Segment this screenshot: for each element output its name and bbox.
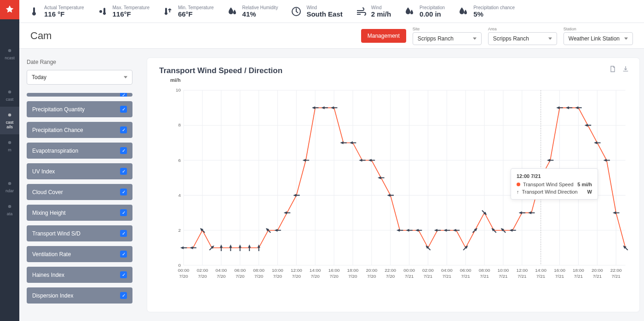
select-label-0: Site: [413, 27, 482, 31]
svg-text:12:00: 12:00: [516, 268, 528, 273]
check-icon[interactable]: ✓: [120, 251, 127, 258]
nav-label: cast ails: [6, 120, 14, 130]
download-icon[interactable]: [622, 65, 629, 75]
select-station[interactable]: Weather Link Station: [564, 32, 633, 45]
svg-text:8: 8: [178, 123, 181, 128]
nav-icon: [6, 180, 13, 187]
metric-label: Max. Temperature: [113, 5, 150, 10]
layer-label: Precipitation Quantity: [32, 106, 85, 113]
temp-high-icon: [97, 6, 108, 17]
layer-item-2[interactable]: Evapotranspiration✓: [27, 143, 132, 159]
svg-text:7/21: 7/21: [518, 274, 526, 279]
svg-text:6: 6: [178, 158, 181, 163]
layer-item-7[interactable]: Ventilation Rate✓: [27, 246, 132, 262]
nav-icon: [6, 47, 13, 54]
precip-icon: [404, 6, 415, 17]
check-icon[interactable]: ✓: [120, 106, 127, 113]
layer-item-3[interactable]: UV Index✓: [27, 163, 132, 179]
metric-label: Min. Temperature: [178, 5, 214, 10]
layer-item-8[interactable]: Haines Index✓: [27, 267, 132, 283]
check-icon[interactable]: ✓: [120, 230, 127, 237]
svg-text:18:00: 18:00: [347, 268, 359, 273]
layer-item-6[interactable]: Transport Wind S/D✓: [27, 225, 132, 241]
wind-dir-icon: [291, 6, 302, 17]
svg-text:10:00: 10:00: [272, 268, 283, 273]
metric-label: Wind: [371, 5, 391, 10]
svg-text:7/20: 7/20: [179, 274, 189, 279]
svg-text:08:00: 08:00: [253, 268, 264, 273]
select-area[interactable]: Scripps Ranch: [488, 32, 557, 45]
check-icon[interactable]: ✓: [120, 209, 127, 216]
series-dot-icon: [517, 183, 520, 186]
thermometer-icon: [29, 6, 40, 17]
svg-text:04:00: 04:00: [216, 268, 227, 273]
logo-icon: [5, 5, 15, 15]
check-icon[interactable]: ✓: [120, 126, 127, 133]
metric-value: 116 °F: [44, 10, 84, 18]
svg-point-1: [8, 91, 12, 94]
svg-text:4: 4: [178, 193, 181, 198]
sidebar-item-1[interactable]: cast: [0, 84, 19, 107]
check-icon: ✓: [120, 93, 127, 97]
management-button[interactable]: Management: [361, 29, 406, 43]
metric-label: Relative Humidity: [242, 5, 278, 10]
select-label-1: Area: [488, 27, 557, 31]
check-icon[interactable]: ✓: [120, 168, 127, 175]
check-icon[interactable]: ✓: [120, 292, 127, 299]
svg-text:7/20: 7/20: [254, 274, 264, 279]
page-title: Cam: [30, 30, 355, 42]
date-range-label: Date Range: [27, 59, 132, 65]
layer-label: Mixing Height: [32, 210, 66, 216]
metric-label: Wind: [306, 5, 342, 10]
sidebar-item-5[interactable]: ata: [0, 198, 19, 221]
metric-value: 116°F: [113, 10, 150, 18]
sidebar-item-0[interactable]: ncast: [0, 42, 19, 65]
date-range-select[interactable]: Today: [27, 70, 132, 85]
svg-text:7/20: 7/20: [198, 274, 207, 279]
metric-value: 0.00 in: [420, 10, 445, 18]
layer-label: Transport Wind S/D: [32, 230, 80, 237]
layer-item-4[interactable]: Cloud Cover✓: [27, 184, 132, 200]
svg-text:14:00: 14:00: [310, 268, 321, 273]
sidebar-item-3[interactable]: m: [0, 134, 19, 157]
sidebar-item-2[interactable]: cast ails: [0, 107, 19, 134]
svg-text:02:00: 02:00: [422, 268, 434, 273]
svg-text:20:00: 20:00: [366, 268, 377, 273]
tooltip-dir-label: Transport Wind Direction: [522, 189, 578, 195]
svg-text:7/21: 7/21: [461, 274, 470, 279]
check-icon[interactable]: ✓: [120, 271, 127, 278]
chart-card: Transport Wind Speed / Direction mi/h 02…: [147, 58, 639, 312]
svg-text:18:00: 18:00: [573, 268, 584, 273]
svg-text:12:00: 12:00: [291, 268, 302, 273]
layer-item-0[interactable]: Precipitation Quantity✓: [27, 101, 132, 117]
logo[interactable]: [0, 0, 19, 19]
svg-text:00:00: 00:00: [178, 268, 190, 273]
y-axis-label: mi/h: [170, 77, 181, 83]
layer-item-1[interactable]: Precipitation Chance✓: [27, 122, 132, 138]
nav-label: cast: [6, 97, 14, 102]
svg-text:20:00: 20:00: [592, 268, 603, 273]
svg-text:7/21: 7/21: [499, 274, 507, 279]
svg-text:7/21: 7/21: [480, 274, 489, 279]
layer-label: UV Index: [32, 168, 55, 175]
svg-text:08:00: 08:00: [479, 268, 490, 273]
svg-text:2: 2: [178, 228, 181, 233]
layer-label: Evapotranspiration: [32, 148, 78, 154]
layer-item-truncated[interactable]: ✓: [27, 93, 132, 97]
metric-precip-chance: Precipitation chance5%: [458, 5, 515, 18]
precip-chance-icon: [458, 6, 469, 17]
sidebar-item-4[interactable]: ndar: [0, 175, 19, 198]
layer-item-5[interactable]: Mixing Height✓: [27, 205, 132, 221]
check-icon[interactable]: ✓: [120, 147, 127, 154]
nav-icon: [6, 111, 13, 119]
topbar: Actual Temperature116 °FMax. Temperature…: [19, 0, 644, 23]
nav-icon: [6, 203, 13, 210]
layer-item-9[interactable]: Dispersion Index✓: [27, 287, 132, 304]
sidebar: ncastcastcast ailsmndarata: [0, 0, 19, 321]
svg-text:06:00: 06:00: [460, 268, 472, 273]
export-icon[interactable]: [609, 65, 616, 75]
svg-text:7/20: 7/20: [292, 274, 301, 279]
select-site[interactable]: Scripps Ranch: [413, 32, 482, 45]
left-panel: Date Range Today ✓ Precipitation Quantit…: [19, 49, 140, 321]
check-icon[interactable]: ✓: [120, 189, 127, 195]
